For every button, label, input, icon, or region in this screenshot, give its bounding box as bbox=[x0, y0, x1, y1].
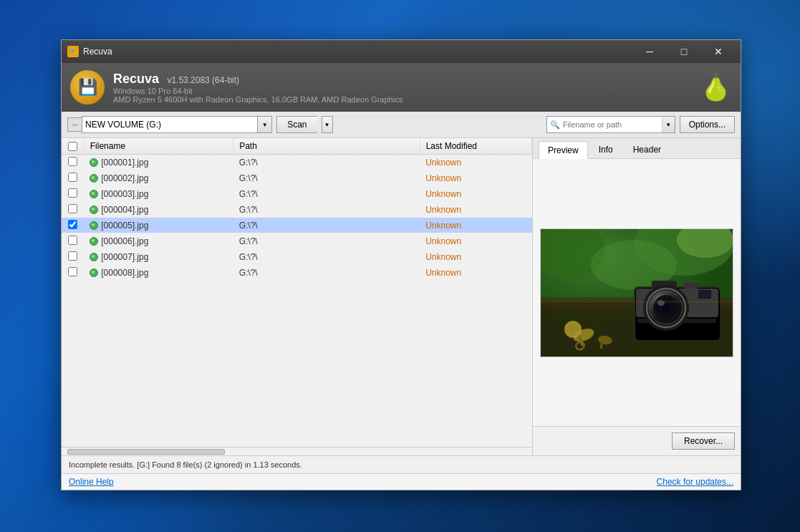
table-scrollbar[interactable] bbox=[62, 447, 532, 455]
path-cell: G:\?\ bbox=[233, 170, 420, 186]
drive-indicator-icon: ─ bbox=[67, 117, 82, 132]
col-header-modified[interactable]: Last Modified bbox=[420, 138, 531, 155]
main-window: 🔧 Recuva ─ □ ✕ 💾 Recuva v1.53.2083 (64-b… bbox=[61, 39, 741, 490]
path-cell: G:\?\ bbox=[233, 186, 420, 202]
filename-cell: [000003].jpg bbox=[84, 186, 233, 202]
close-button[interactable]: ✕ bbox=[702, 40, 735, 63]
scrollbar-thumb[interactable] bbox=[67, 449, 225, 455]
modified-cell: Unknown bbox=[420, 233, 531, 249]
piriform-logo: 🍐 bbox=[700, 72, 732, 102]
main-content: Filename Path Last Modified [000001].jpg… bbox=[62, 138, 741, 455]
table-row[interactable]: [000006].jpgG:\?\Unknown bbox=[62, 233, 532, 249]
app-name: Recuva bbox=[113, 72, 159, 86]
drive-select[interactable]: NEW VOLUME (G:) bbox=[82, 116, 258, 133]
table-row[interactable]: [000003].jpgG:\?\Unknown bbox=[62, 186, 532, 202]
options-button[interactable]: Options... bbox=[680, 116, 735, 133]
online-help-link[interactable]: Online Help bbox=[69, 477, 114, 487]
col-header-path[interactable]: Path bbox=[233, 138, 420, 155]
row-checkbox[interactable] bbox=[68, 267, 77, 276]
row-checkbox-cell bbox=[62, 202, 84, 218]
path-cell: G:\?\ bbox=[233, 265, 420, 281]
row-checkbox-cell bbox=[62, 265, 84, 281]
row-checkbox[interactable] bbox=[68, 157, 77, 166]
status-dot bbox=[90, 253, 98, 261]
title-bar: 🔧 Recuva ─ □ ✕ bbox=[62, 40, 741, 63]
modified-cell: Unknown bbox=[420, 155, 531, 170]
path-cell: G:\?\ bbox=[233, 202, 420, 218]
svg-rect-11 bbox=[684, 283, 698, 289]
file-panel: Filename Path Last Modified [000001].jpg… bbox=[62, 138, 533, 455]
row-checkbox[interactable] bbox=[68, 188, 77, 198]
row-checkbox[interactable] bbox=[68, 220, 77, 229]
bottom-bar: Online Help Check for updates... bbox=[62, 473, 741, 490]
status-dot bbox=[90, 221, 98, 230]
svg-rect-23 bbox=[699, 291, 710, 298]
modified-cell: Unknown bbox=[420, 170, 531, 186]
status-dot bbox=[90, 158, 98, 167]
app-version: v1.53.2083 (64-bit) bbox=[167, 75, 239, 85]
preview-svg bbox=[541, 229, 733, 357]
table-row[interactable]: [000002].jpgG:\?\Unknown bbox=[62, 170, 532, 186]
search-icon: 🔍 bbox=[547, 120, 563, 130]
minimize-button[interactable]: ─ bbox=[633, 40, 666, 63]
svg-rect-31 bbox=[541, 301, 733, 303]
right-panel: Preview Info Header bbox=[533, 138, 741, 455]
search-input[interactable] bbox=[563, 120, 662, 129]
table-row[interactable]: [000007].jpgG:\?\Unknown bbox=[62, 249, 532, 265]
status-dot bbox=[90, 205, 98, 214]
filename-cell: [000002].jpg bbox=[84, 170, 233, 186]
scan-dropdown-arrow[interactable]: ▼ bbox=[322, 116, 333, 133]
recover-button-container: Recover... bbox=[533, 426, 741, 455]
tab-preview[interactable]: Preview bbox=[539, 141, 588, 159]
modified-cell: Unknown bbox=[420, 249, 531, 265]
filename-cell: [000001].jpg bbox=[84, 155, 233, 170]
check-updates-link[interactable]: Check for updates... bbox=[657, 477, 733, 487]
row-checkbox[interactable] bbox=[68, 236, 77, 245]
drive-selector-container: ─ NEW VOLUME (G:) ▼ bbox=[67, 116, 272, 133]
maximize-button[interactable]: □ bbox=[668, 40, 700, 63]
app-header: 💾 Recuva v1.53.2083 (64-bit) Windows 10 … bbox=[62, 63, 741, 112]
filename-cell: [000006].jpg bbox=[84, 233, 233, 249]
modified-cell: Unknown bbox=[420, 186, 531, 202]
table-row[interactable]: [000005].jpgG:\?\Unknown bbox=[62, 218, 532, 233]
table-row[interactable]: [000001].jpgG:\?\Unknown bbox=[62, 155, 532, 170]
modified-cell: Unknown bbox=[420, 218, 531, 233]
status-dot bbox=[90, 269, 98, 277]
window-title: Recuva bbox=[83, 47, 633, 57]
status-bar: Incomplete results. [G:] Found 8 file(s)… bbox=[62, 455, 741, 473]
filename-cell: [000007].jpg bbox=[84, 249, 233, 265]
app-info: Recuva v1.53.2083 (64-bit) Windows 10 Pr… bbox=[113, 72, 691, 104]
table-row[interactable]: [000008].jpgG:\?\Unknown bbox=[62, 265, 532, 281]
status-dot bbox=[90, 190, 98, 198]
window-controls: ─ □ ✕ bbox=[633, 40, 735, 63]
filename-cell: [000004].jpg bbox=[84, 202, 233, 218]
modified-cell: Unknown bbox=[420, 265, 531, 281]
recover-button[interactable]: Recover... bbox=[672, 432, 735, 450]
row-checkbox[interactable] bbox=[68, 204, 77, 213]
file-table: Filename Path Last Modified [000001].jpg… bbox=[62, 138, 532, 281]
svg-point-29 bbox=[564, 321, 582, 338]
select-all-checkbox[interactable] bbox=[68, 142, 77, 151]
path-cell: G:\?\ bbox=[233, 218, 420, 233]
logo-icon: 💾 bbox=[70, 70, 105, 105]
search-dropdown-arrow[interactable]: ▼ bbox=[662, 117, 675, 132]
row-checkbox[interactable] bbox=[68, 173, 77, 182]
table-header: Filename Path Last Modified bbox=[62, 138, 532, 155]
app-icon: 🔧 bbox=[67, 46, 79, 57]
status-dot bbox=[90, 174, 98, 183]
status-text: Incomplete results. [G:] Found 8 file(s)… bbox=[69, 460, 302, 469]
app-name-version: Recuva v1.53.2083 (64-bit) bbox=[113, 72, 691, 87]
col-header-filename[interactable]: Filename bbox=[84, 138, 233, 155]
app-os: Windows 10 Pro 64-bit bbox=[113, 87, 691, 95]
drive-dropdown-arrow[interactable]: ▼ bbox=[258, 116, 272, 133]
row-checkbox-cell bbox=[62, 155, 84, 170]
path-cell: G:\?\ bbox=[233, 249, 420, 265]
scan-button[interactable]: Scan bbox=[276, 116, 317, 133]
filename-cell: [000005].jpg bbox=[84, 218, 233, 233]
tab-info[interactable]: Info bbox=[589, 141, 622, 158]
tab-header[interactable]: Header bbox=[624, 141, 670, 158]
table-body: [000001].jpgG:\?\Unknown[000002].jpgG:\?… bbox=[62, 155, 532, 281]
file-table-container: Filename Path Last Modified [000001].jpg… bbox=[62, 138, 532, 447]
table-row[interactable]: [000004].jpgG:\?\Unknown bbox=[62, 202, 532, 218]
row-checkbox[interactable] bbox=[68, 251, 77, 261]
